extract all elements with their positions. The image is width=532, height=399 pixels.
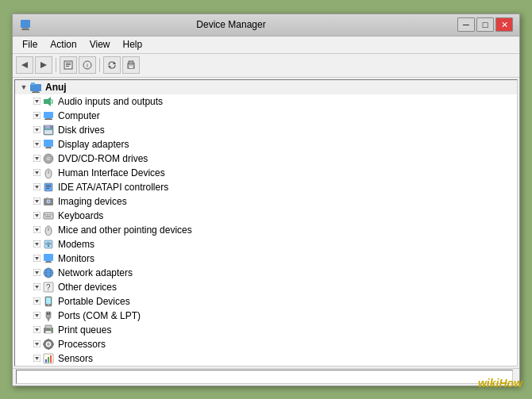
tree-item-label: Other devices [58,282,117,293]
svg-marker-3 [21,62,28,68]
tree-expand-btn[interactable] [31,210,42,221]
svg-marker-23 [48,97,51,106]
svg-rect-52 [46,185,51,186]
menu-action[interactable]: Action [44,37,83,52]
tree-item[interactable]: Processors [15,337,517,351]
toolbar-separator-1 [56,58,56,72]
svg-rect-123 [48,357,49,363]
tree-item-label: Imaging devices [58,196,127,207]
svg-rect-17 [33,91,39,92]
tree-expand-btn[interactable] [31,224,42,236]
tree-expand-btn[interactable] [31,125,42,136]
tree-item[interactable]: Ports (COM & LPT) [15,309,517,323]
root-icon [29,81,42,94]
device-manager-window: Device Manager ─ □ ✕ File Action View He… [12,13,520,386]
tree-expand-btn[interactable] [31,282,42,293]
tree-item-label: Ports (COM & LPT) [58,310,141,321]
svg-rect-27 [45,118,52,119]
tree-item-icon [42,224,55,236]
tree-item[interactable]: Imaging devices [15,194,517,209]
tree-item-label: Audio inputs and outputs [58,96,163,107]
tree-expand-btn[interactable] [31,324,42,336]
menu-file[interactable]: File [16,37,44,52]
menu-view[interactable]: View [83,37,117,52]
status-panel [16,370,513,384]
svg-rect-124 [50,355,52,363]
tree-item[interactable]: Portable Devices [15,294,517,309]
svg-rect-63 [44,213,53,219]
svg-rect-22 [44,99,48,104]
svg-rect-64 [44,214,46,216]
tree-expand-btn[interactable] [31,182,42,193]
tree-root[interactable]: ▼ Anuj [15,80,517,94]
svg-rect-15 [129,66,133,68]
tree-item-icon [42,252,55,265]
tree-item-label: Keyboards [58,210,103,221]
tree-item[interactable]: Disk drives [15,123,517,137]
tree-expand-btn[interactable] [31,167,42,178]
svg-rect-117 [43,343,45,345]
tree-expand-btn[interactable] [31,267,42,278]
back-button[interactable] [16,56,33,74]
tree-expand-btn[interactable] [31,239,42,250]
tree-expand-btn[interactable] [31,96,42,107]
tree-item[interactable]: Computer [15,109,517,123]
tree-item[interactable]: Display adapters [15,137,517,152]
svg-rect-28 [44,119,52,120]
svg-rect-96 [46,297,51,304]
tree-item[interactable]: Keyboards [15,209,517,223]
svg-rect-0 [21,20,30,28]
tree-item[interactable]: Sensors [15,351,517,366]
tree-item[interactable]: Audio inputs and outputs [15,94,517,109]
tree-item[interactable]: Network adapters [15,266,517,280]
tree-item-icon [42,324,55,336]
tree-item[interactable]: IDE ATA/ATAPI controllers [15,180,517,194]
tree-item[interactable]: Human Interface Devices [15,166,517,180]
tree-expand-btn[interactable] [31,353,42,364]
tree-item-icon [42,109,55,122]
print-button[interactable] [122,56,140,74]
tree-item[interactable]: ?Other devices [15,280,517,294]
tree-item-label: Print queues [58,324,111,336]
tree-item[interactable]: Software devices [15,366,517,366]
svg-point-44 [48,158,49,159]
tree-expand-btn[interactable] [31,139,42,150]
tree-expand-btn[interactable] [31,310,42,321]
tree-item-icon [42,95,55,108]
properties-button[interactable] [60,56,77,74]
tree-item[interactable]: Modems [15,237,517,251]
refresh-button[interactable] [103,56,121,74]
menu-help[interactable]: Help [117,37,149,52]
minimize-button[interactable]: ─ [457,17,475,32]
svg-point-76 [48,245,49,247]
svg-rect-8 [66,66,69,67]
svg-rect-38 [46,147,51,148]
svg-rect-7 [66,64,71,65]
tree-item[interactable]: Print queues [15,323,517,337]
tree-item-icon [42,209,55,222]
tree-expand-btn[interactable] [31,253,42,264]
tree-item[interactable]: Mice and other pointing devices [15,223,517,237]
tree-item[interactable]: Monitors [15,251,517,266]
svg-text:?: ? [46,283,51,292]
svg-rect-68 [45,216,51,217]
tree-expand-btn[interactable] [31,153,42,164]
tree-item-label: Human Interface Devices [58,167,165,178]
maximize-button[interactable]: □ [476,17,494,32]
tree-expand-btn[interactable] [31,196,42,207]
tree-expand-btn[interactable] [31,296,42,307]
tree-expand-btn[interactable] [31,110,42,121]
tree-item-icon [42,352,55,365]
info-button[interactable]: i [79,56,96,74]
status-bar [13,368,519,386]
forward-button[interactable] [35,56,52,74]
svg-rect-81 [45,262,52,263]
tree-expand-btn[interactable] [31,339,42,350]
tree-item[interactable]: DVD/CD-ROM drives [15,152,517,166]
window-icon [19,18,32,31]
close-button[interactable]: ✕ [495,17,513,32]
root-expand[interactable]: ▼ [18,82,29,93]
svg-rect-26 [44,112,53,118]
svg-rect-54 [46,188,49,189]
device-tree[interactable]: ▼ Anuj Audio inputs and outputs Computer [14,79,518,366]
